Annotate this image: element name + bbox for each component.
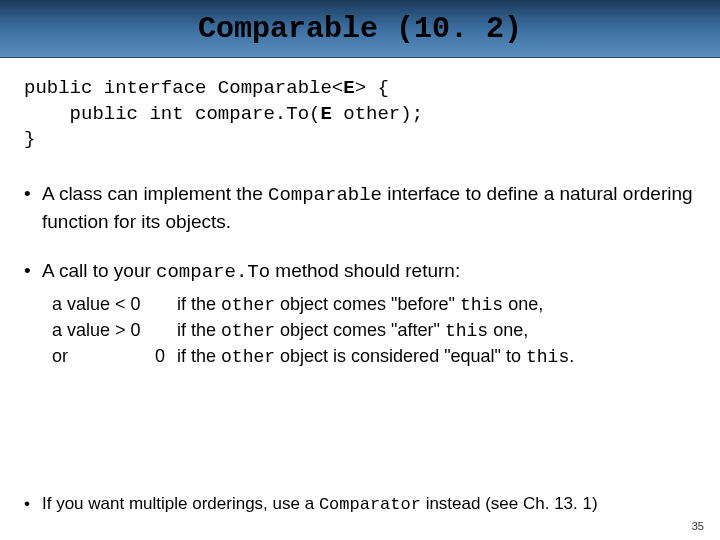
slide-header: Comparable (10. 2) [0, 0, 720, 58]
table-row: a value > 0 if the other object comes "a… [52, 318, 696, 344]
bullet-list: A class can implement the Comparable int… [24, 181, 696, 370]
r3-m2: this [526, 347, 569, 367]
r3-t2: object is considered "equal" to [275, 346, 526, 366]
bullet-1: A class can implement the Comparable int… [24, 181, 696, 234]
title-section: (10. 2) [378, 12, 522, 46]
b1-mono-1: Comparable [268, 184, 382, 206]
code-type-param-1: E [343, 77, 354, 99]
return-value-table: a value < 0 if the other object comes "b… [52, 292, 696, 371]
r2-m1: other [221, 321, 275, 341]
r3-zero: 0 [155, 344, 165, 370]
r3-t3: . [569, 346, 574, 366]
r1-m1: other [221, 295, 275, 315]
r1-m2: this [460, 295, 503, 315]
b2-mono-1: compare.To [156, 261, 270, 283]
table-row: a value < 0 if the other object comes "b… [52, 292, 696, 318]
r1-t3: one, [503, 294, 543, 314]
code-line-2a: public int compare.To( [24, 103, 320, 125]
code-line-2c: other); [332, 103, 423, 125]
r2-m2: this [445, 321, 488, 341]
page-number: 35 [692, 520, 704, 532]
table-row: or0 if the other object is considered "e… [52, 344, 696, 370]
r1-t2: object comes "before" [275, 294, 460, 314]
r1-t1: if the [177, 294, 221, 314]
slide-title: Comparable (10. 2) [198, 12, 522, 46]
r2-col1: a value > 0 [52, 318, 177, 344]
footer-t2: instead (see Ch. 13. 1) [421, 494, 598, 513]
code-line-3: } [24, 128, 35, 150]
b2-text-1: A call to your [42, 260, 156, 281]
r1-col1: a value < 0 [52, 292, 177, 318]
r1-col2: if the other object comes "before" this … [177, 292, 696, 318]
r3-t1: if the [177, 346, 221, 366]
bullet-2: A call to your compare.To method should … [24, 258, 696, 370]
r2-t3: one, [488, 320, 528, 340]
slide-content: public interface Comparable<E> { public … [0, 58, 720, 370]
title-word: Comparable [198, 12, 378, 46]
code-line-1c: > { [355, 77, 389, 99]
footer-m1: Comparator [319, 495, 421, 514]
r3-m1: other [221, 347, 275, 367]
b2-text-2: method should return: [270, 260, 460, 281]
footer-bullet: If you want multiple orderings, use a Co… [24, 494, 696, 514]
code-line-1a: public interface Comparable< [24, 77, 343, 99]
code-type-param-2: E [320, 103, 331, 125]
r3-col2: if the other object is considered "equal… [177, 344, 696, 370]
footer-t1: If you want multiple orderings, use a [42, 494, 319, 513]
code-block: public interface Comparable<E> { public … [24, 76, 696, 153]
b1-text-1: A class can implement the [42, 183, 268, 204]
r2-t1: if the [177, 320, 221, 340]
r3-col1: or0 [52, 344, 177, 370]
r2-t2: object comes "after" [275, 320, 445, 340]
r2-col2: if the other object comes "after" this o… [177, 318, 696, 344]
r3-or: or [52, 344, 68, 370]
